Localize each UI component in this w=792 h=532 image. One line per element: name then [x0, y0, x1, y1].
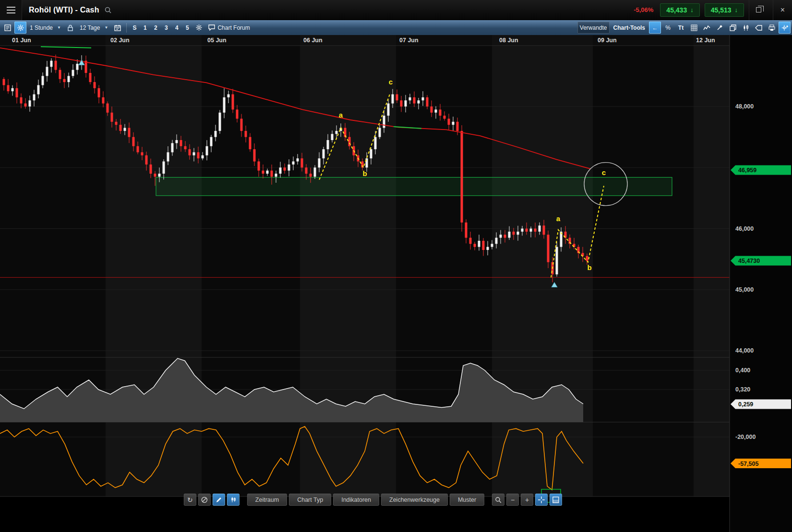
- chart-stage: 01 Jun02 Jun05 Jun06 Jun07 Jun08 Jun09 J…: [0, 35, 792, 532]
- support-zone-rect: [156, 177, 672, 196]
- crosshair-icon[interactable]: [535, 494, 548, 506]
- chart-svg[interactable]: 01 Jun02 Jun05 Jun06 Jun07 Jun08 Jun09 J…: [0, 35, 792, 532]
- undo-icon[interactable]: ←: [649, 22, 661, 34]
- day-bands-layer: [0, 35, 730, 497]
- speed-button-4[interactable]: 4: [172, 22, 181, 33]
- zeichenwerkzeuge-button[interactable]: Zeichenwerkzeuge: [381, 494, 448, 506]
- speed-button-3[interactable]: 3: [161, 22, 171, 33]
- interval-value: 1 Stunde: [30, 24, 53, 31]
- zoom-out-icon[interactable]: −: [506, 494, 519, 506]
- calendar-icon[interactable]: [111, 22, 123, 34]
- playback-settings-gear-icon[interactable]: [193, 22, 205, 34]
- chart-type-icon[interactable]: [740, 22, 752, 34]
- bid-tick-arrow-icon: ↓: [690, 6, 694, 13]
- speed-button-1[interactable]: 1: [140, 22, 150, 33]
- toolbar-right: Verwandte Chart-Tools ← % Tt: [577, 22, 791, 34]
- svg-text:44,000: 44,000: [735, 347, 754, 354]
- svg-text:05 Jun: 05 Jun: [207, 37, 227, 44]
- zeitraum-button[interactable]: Zeitraum: [247, 494, 287, 506]
- lock-icon[interactable]: [64, 22, 76, 34]
- clear-drawings-icon[interactable]: [198, 494, 211, 506]
- hamburger-menu-icon[interactable]: [0, 0, 22, 20]
- chart-settings-gear-icon[interactable]: [14, 22, 26, 34]
- svg-text:08 Jun: 08 Jun: [499, 37, 518, 44]
- indikatoren-button[interactable]: Indikatoren: [333, 494, 379, 506]
- chart-forum-label: Chart Forum: [217, 24, 250, 31]
- svg-text:b: b: [587, 263, 591, 272]
- titlebar-right: -5,06% 45,433 ↓ 45,513 ↓ ×: [634, 0, 792, 20]
- price-axis: 48,00046,95946,00045,473045,00044,0000,4…: [730, 35, 792, 532]
- chevron-down-icon: ▼: [57, 25, 61, 30]
- cascade-windows-icon[interactable]: [727, 22, 739, 34]
- speed-button-5[interactable]: 5: [182, 22, 192, 33]
- chart-typ-button[interactable]: Chart Typ: [289, 494, 331, 506]
- bid-price-button[interactable]: 45,433 ↓: [660, 3, 699, 17]
- chevron-down-icon: ▼: [104, 25, 108, 30]
- close-icon[interactable]: ×: [773, 0, 792, 20]
- svg-text:-57,505: -57,505: [738, 461, 758, 467]
- svg-text:07 Jun: 07 Jun: [399, 37, 419, 44]
- svg-text:0,400: 0,400: [735, 367, 750, 374]
- panel-layout-icon[interactable]: [550, 494, 562, 506]
- date-axis-row: 01 Jun02 Jun05 Jun06 Jun07 Jun08 Jun09 J…: [0, 35, 730, 46]
- svg-text:48,000: 48,000: [735, 103, 754, 110]
- eraser-icon[interactable]: [753, 22, 765, 34]
- svg-text:a: a: [339, 111, 343, 119]
- news-panel-icon[interactable]: [1, 22, 13, 34]
- pattern-marker-icon[interactable]: [227, 494, 240, 506]
- grid-icon[interactable]: [688, 22, 700, 34]
- search-icon[interactable]: [104, 6, 112, 14]
- print-icon[interactable]: [766, 22, 778, 34]
- ask-price: 45,513: [711, 6, 732, 14]
- svg-text:46,000: 46,000: [735, 225, 754, 232]
- ask-price-button[interactable]: 45,513 ↓: [705, 3, 744, 17]
- svg-text:-20,000: -20,000: [735, 434, 756, 440]
- svg-text:12 Jun: 12 Jun: [696, 37, 715, 44]
- svg-text:45,4730: 45,4730: [738, 258, 760, 264]
- percent-scale-icon[interactable]: %: [662, 22, 674, 34]
- verwandte-button[interactable]: Verwandte: [577, 22, 610, 34]
- svg-text:06 Jun: 06 Jun: [303, 37, 323, 44]
- bid-price: 45,433: [666, 6, 687, 14]
- change-percent: -5,06%: [634, 6, 653, 13]
- svg-text:c: c: [602, 168, 606, 177]
- zoom-icon[interactable]: [492, 494, 504, 506]
- zoom-in-icon[interactable]: +: [521, 494, 533, 506]
- muster-button[interactable]: Muster: [450, 494, 484, 506]
- annotation-pin-icon[interactable]: [714, 22, 726, 34]
- text-tool-icon[interactable]: Tt: [675, 22, 687, 34]
- instrument-title: Rohöl (WTI) - Cash: [29, 6, 99, 14]
- bottom-toolbar: ↻ Zeitraum Chart Typ Indikatoren Zeichen…: [184, 494, 562, 506]
- settings-plus-icon[interactable]: [779, 22, 791, 34]
- chart-forum-button[interactable]: Chart Forum: [206, 22, 252, 34]
- speed-button-s[interactable]: S: [130, 22, 139, 33]
- svg-text:46,959: 46,959: [738, 167, 756, 174]
- restore-window-icon[interactable]: [749, 0, 768, 20]
- svg-text:b: b: [362, 169, 367, 177]
- chart-tools-label: Chart-Tools: [611, 24, 648, 31]
- interval-dropdown[interactable]: 1 Stunde ▼: [27, 22, 63, 34]
- pencil-draw-icon[interactable]: [213, 494, 225, 506]
- svg-text:0,259: 0,259: [738, 401, 753, 408]
- speed-button-2[interactable]: 2: [151, 22, 160, 33]
- range-value: 12 Tage: [80, 24, 100, 31]
- svg-text:c: c: [389, 78, 393, 86]
- chart-toolbar: 1 Stunde ▼ 12 Tage ▼ S 1 2 3 4 5 Chart F…: [0, 20, 792, 35]
- reset-view-icon[interactable]: ↻: [184, 494, 196, 506]
- indicator-icon[interactable]: [701, 22, 713, 34]
- svg-text:09 Jun: 09 Jun: [598, 37, 617, 44]
- range-dropdown[interactable]: 12 Tage ▼: [77, 22, 110, 34]
- titlebar: Rohöl (WTI) - Cash -5,06% 45,433 ↓ 45,51…: [0, 0, 792, 20]
- svg-text:45,000: 45,000: [735, 286, 754, 293]
- svg-text:a: a: [556, 214, 561, 223]
- svg-text:02 Jun: 02 Jun: [110, 37, 130, 44]
- svg-text:01 Jun: 01 Jun: [12, 37, 31, 44]
- ask-tick-arrow-icon: ↓: [735, 6, 738, 13]
- svg-text:0,320: 0,320: [735, 386, 750, 393]
